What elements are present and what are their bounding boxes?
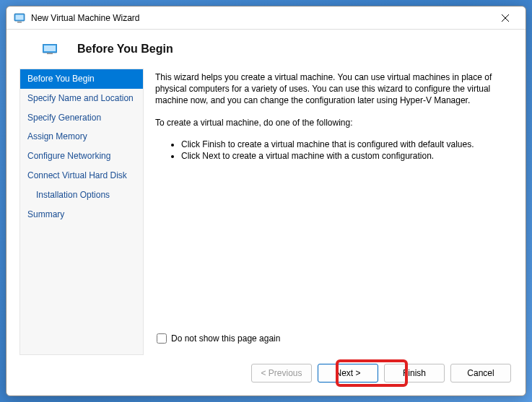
wizard-footer: < Previous Next > Finish Cancel	[6, 355, 526, 396]
step-specify-generation[interactable]: Specify Generation	[20, 108, 143, 128]
options-list: Click Finish to create a virtual machine…	[155, 139, 505, 162]
option-finish: Click Finish to create a virtual machine…	[181, 139, 505, 150]
sidebar-item-label: Specify Generation	[27, 113, 101, 123]
wizard-window: New Virtual Machine Wizard Before You Be…	[6, 6, 526, 396]
finish-button[interactable]: Finish	[384, 364, 445, 383]
do-not-show-label: Do not show this page again	[171, 333, 280, 344]
option-next: Click Next to create a virtual machine w…	[181, 150, 505, 162]
cancel-button[interactable]: Cancel	[450, 364, 511, 383]
sidebar-item-label: Assign Memory	[27, 131, 87, 141]
sidebar-item-label: Installation Options	[36, 190, 110, 200]
sidebar-item-label: Configure Networking	[27, 151, 110, 161]
content-area: Before You Begin Specify Name and Locati…	[6, 69, 526, 355]
step-before-you-begin[interactable]: Before You Begin	[20, 69, 143, 89]
do-not-show-checkbox[interactable]	[157, 333, 167, 344]
intro-text: This wizard helps you create a virtual m…	[155, 71, 505, 107]
step-installation-options[interactable]: Installation Options	[20, 185, 143, 205]
svg-rect-7	[47, 53, 53, 55]
instruction-text: To create a virtual machine, do one of t…	[155, 117, 505, 128]
step-connect-virtual-hard-disk[interactable]: Connect Virtual Hard Disk	[20, 166, 143, 185]
window-title: New Virtual Machine Wizard	[31, 13, 491, 23]
sidebar-item-label: Before You Begin	[27, 74, 95, 84]
page-title: Before You Begin	[77, 43, 173, 56]
close-button[interactable]	[491, 8, 520, 28]
titlebar: New Virtual Machine Wizard	[6, 6, 526, 30]
sidebar-item-label: Summary	[27, 209, 64, 219]
sidebar-item-label: Specify Name and Location	[27, 93, 134, 103]
previous-button[interactable]: < Previous	[251, 364, 312, 383]
step-summary[interactable]: Summary	[20, 205, 143, 224]
svg-rect-1	[16, 14, 24, 19]
step-assign-memory[interactable]: Assign Memory	[20, 127, 143, 147]
vm-icon	[43, 44, 57, 54]
sidebar-item-label: Connect Virtual Hard Disk	[27, 170, 127, 180]
page-header: Before You Begin	[6, 30, 526, 69]
step-specify-name-location[interactable]: Specify Name and Location	[20, 89, 143, 108]
app-icon	[14, 12, 25, 24]
main-panel: This wizard helps you create a virtual m…	[144, 69, 513, 355]
do-not-show-row: Do not show this page again	[157, 333, 505, 344]
svg-rect-6	[44, 45, 56, 51]
next-button[interactable]: Next >	[318, 364, 378, 383]
wizard-steps-sidebar: Before You Begin Specify Name and Locati…	[19, 69, 144, 355]
step-configure-networking[interactable]: Configure Networking	[20, 147, 143, 166]
close-icon	[502, 14, 509, 22]
svg-rect-2	[17, 22, 22, 23]
